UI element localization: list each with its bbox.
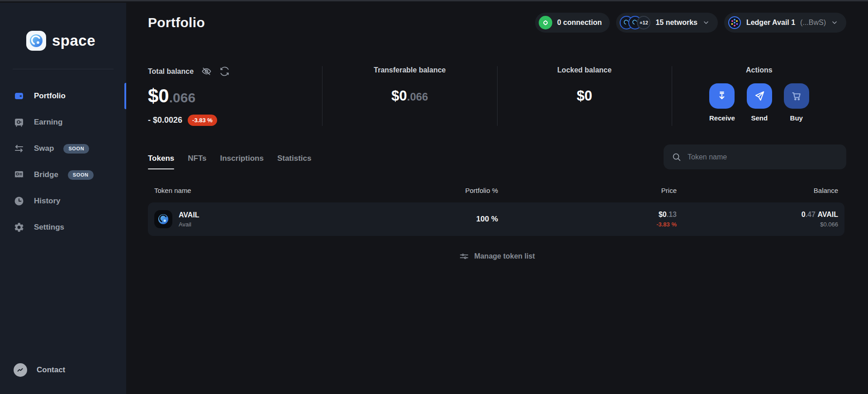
token-portfolio-percent: 100 % bbox=[353, 215, 498, 224]
token-price-fraction: .13 bbox=[667, 211, 677, 218]
network-icons-stack: +12 bbox=[620, 16, 650, 29]
send-plane-icon bbox=[747, 83, 772, 109]
header-price: Price bbox=[498, 187, 677, 194]
soon-badge: SOON bbox=[68, 170, 94, 180]
sidebar-divider bbox=[13, 69, 114, 69]
chat-bubble-icon bbox=[14, 363, 27, 377]
sidebar-item-label: Settings bbox=[34, 223, 64, 232]
sidebar-item-label: Swap bbox=[34, 144, 54, 153]
total-balance-label: Total balance bbox=[148, 67, 194, 76]
transferable-balance-label: Transferable balance bbox=[374, 66, 446, 74]
total-balance-change: - $0.0026 bbox=[148, 115, 182, 125]
networks-label: 15 networks bbox=[655, 19, 697, 27]
buy-label: Buy bbox=[790, 114, 803, 122]
space-logo-icon bbox=[26, 31, 46, 51]
total-balance-section: Total balance $0.066 - $0.0026 -3.83 % bbox=[148, 66, 322, 126]
avail-token-logo bbox=[154, 210, 172, 228]
header-pills: 0 connection +12 15 networks bbox=[535, 13, 846, 33]
wallet-icon bbox=[14, 91, 24, 101]
tab-nfts[interactable]: NFTs bbox=[188, 154, 206, 169]
actions-section: Actions Receive Send bbox=[672, 66, 846, 126]
transferable-balance-fraction: .066 bbox=[407, 91, 428, 103]
token-symbol: AVAIL bbox=[179, 211, 199, 219]
header-portfolio-percent: Portfolio % bbox=[353, 187, 498, 194]
balance-summary: Total balance $0.066 - $0.0026 -3.83 % T… bbox=[148, 66, 846, 126]
account-name: Ledger Avail 1 bbox=[746, 19, 795, 27]
networks-overflow-badge: +12 bbox=[637, 16, 650, 29]
token-search[interactable] bbox=[664, 144, 846, 169]
connections-label: 0 connection bbox=[557, 19, 602, 27]
sidebar-item-history[interactable]: History bbox=[0, 188, 126, 214]
app-window: space Portfolio Earning bbox=[0, 0, 868, 394]
gear-icon bbox=[14, 222, 24, 233]
refresh-icon[interactable] bbox=[219, 66, 230, 77]
total-balance-value: $0.066 bbox=[148, 86, 322, 106]
chevron-down-icon bbox=[831, 19, 838, 26]
hide-balance-eye-off-icon[interactable] bbox=[201, 66, 212, 77]
sidebar-item-portfolio[interactable]: Portfolio bbox=[0, 83, 126, 109]
token-balance-fraction: .47 bbox=[806, 211, 816, 218]
tab-statistics[interactable]: Statistics bbox=[277, 154, 312, 169]
token-balance-symbol: AVAIL bbox=[817, 211, 838, 218]
page-title: Portfolio bbox=[148, 15, 205, 30]
bridge-card-icon bbox=[14, 169, 24, 180]
account-pill[interactable]: Ledger Avail 1 (...BwS) bbox=[724, 13, 846, 33]
receive-download-icon bbox=[709, 83, 735, 109]
chevron-down-icon bbox=[702, 19, 710, 26]
table-header: Token name Portfolio % Price Balance bbox=[148, 185, 844, 196]
sidebar-item-label: Bridge bbox=[34, 170, 58, 179]
sidebar: space Portfolio Earning bbox=[0, 3, 126, 394]
token-table: Token name Portfolio % Price Balance bbox=[148, 185, 844, 236]
token-price-main: $0 bbox=[659, 211, 667, 218]
account-identicon bbox=[728, 16, 741, 29]
header-token-name: Token name bbox=[154, 187, 353, 194]
manage-token-list-button[interactable]: Manage token list bbox=[148, 251, 846, 261]
token-price: $0.13 bbox=[498, 211, 677, 219]
safe-icon bbox=[14, 117, 24, 128]
sidebar-item-earning[interactable]: Earning bbox=[0, 109, 126, 135]
actions-label: Actions bbox=[746, 66, 773, 74]
app-name: space bbox=[52, 32, 95, 49]
token-balance-main: 0 bbox=[802, 211, 806, 218]
account-address-short: (...BwS) bbox=[800, 19, 826, 27]
total-change-percent-badge: -3.83 % bbox=[188, 115, 217, 126]
soon-badge: SOON bbox=[63, 144, 89, 154]
sidebar-nav: Portfolio Earning Swap SOON bbox=[0, 83, 126, 240]
token-name: Avail bbox=[179, 221, 199, 228]
connections-pill[interactable]: 0 connection bbox=[535, 13, 610, 33]
networks-pill[interactable]: +12 15 networks bbox=[616, 13, 717, 33]
transferable-balance-value: $0.066 bbox=[391, 89, 428, 103]
receive-label: Receive bbox=[709, 114, 735, 122]
sidebar-item-contact[interactable]: Contact bbox=[0, 357, 126, 383]
search-icon bbox=[672, 152, 682, 162]
clock-icon bbox=[14, 196, 24, 207]
token-balance-fiat: $0.066 bbox=[677, 221, 838, 228]
transferable-balance-section: Transferable balance $0.066 bbox=[322, 66, 497, 126]
send-label: Send bbox=[751, 114, 768, 122]
total-balance-fraction: .066 bbox=[169, 90, 195, 105]
sidebar-item-swap[interactable]: Swap SOON bbox=[0, 135, 126, 162]
contact-label: Contact bbox=[37, 365, 65, 375]
swap-arrows-icon bbox=[14, 143, 24, 154]
app-logo[interactable]: space bbox=[26, 31, 126, 51]
sidebar-item-label: Portfolio bbox=[34, 91, 66, 101]
sidebar-item-bridge[interactable]: Bridge SOON bbox=[0, 162, 126, 188]
search-input[interactable] bbox=[688, 153, 838, 161]
buy-cart-icon bbox=[784, 83, 809, 109]
locked-balance-value: $0 bbox=[577, 89, 592, 103]
tab-inscriptions[interactable]: Inscriptions bbox=[220, 154, 264, 169]
token-balance: 0.47 AVAIL bbox=[677, 211, 838, 219]
table-row[interactable]: AVAIL Avail 100 % $0.13 -3.83 % 0.47 AVA… bbox=[148, 202, 844, 236]
receive-button[interactable]: Receive bbox=[709, 83, 735, 122]
sliders-icon bbox=[459, 251, 469, 261]
header-balance: Balance bbox=[677, 187, 838, 194]
sidebar-item-settings[interactable]: Settings bbox=[0, 214, 126, 240]
tab-tokens[interactable]: Tokens bbox=[148, 154, 174, 169]
locked-balance-label: Locked balance bbox=[557, 66, 612, 74]
buy-button[interactable]: Buy bbox=[784, 83, 809, 122]
send-button[interactable]: Send bbox=[747, 83, 772, 122]
sidebar-item-label: History bbox=[34, 197, 61, 206]
locked-balance-section: Locked balance $0 bbox=[497, 66, 672, 126]
connection-status-icon bbox=[539, 16, 552, 29]
sidebar-item-label: Earning bbox=[34, 118, 62, 127]
